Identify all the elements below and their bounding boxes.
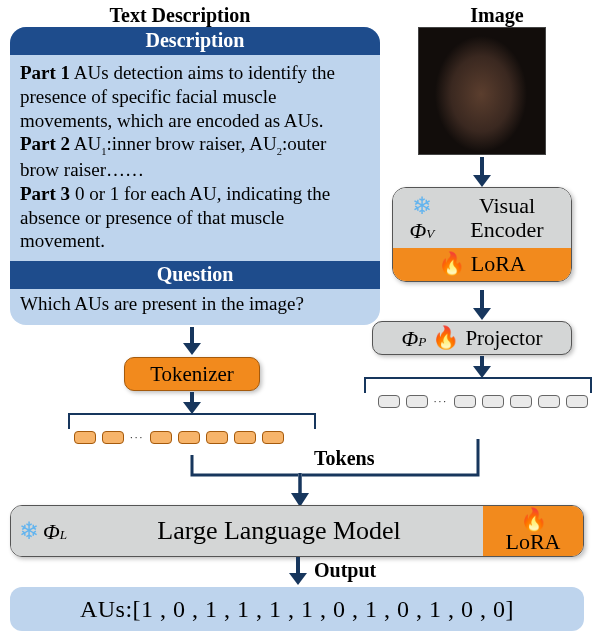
phi-v-sub: V <box>426 226 434 241</box>
visual-encoder-lora-label: LoRA <box>471 251 526 276</box>
part1-label: Part 1 <box>20 62 70 83</box>
llm-title: Large Language Model <box>75 516 483 546</box>
part2-text-b: :inner brow raiser, AU <box>107 133 277 154</box>
llm-lora-label: LoRA <box>506 531 561 553</box>
visual-encoder-lora: 🔥 LoRA <box>393 248 571 281</box>
diagram-canvas: Description Part 1 AUs detection aims to… <box>0 27 594 637</box>
token-gray <box>538 395 560 408</box>
phi-p-symbol: ΦP <box>402 328 427 350</box>
header-image: Image <box>360 4 594 27</box>
token-gray <box>510 395 532 408</box>
arrow-projector-to-tokens <box>472 356 492 378</box>
llm-left: ❄ ΦL <box>19 519 67 543</box>
output-text: AUs:[1 , 0 , 1 , 1 , 1 , 1 , 0 , 1 , 0 ,… <box>80 596 514 623</box>
visual-encoder-title: Visual Encoder <box>451 194 563 242</box>
visual-encoder-title-l2: Encoder <box>470 217 543 242</box>
header-row: Text Description Image <box>0 0 594 27</box>
part2-text-a: AU <box>70 133 101 154</box>
llm-lora: 🔥 LoRA <box>483 506 583 556</box>
phi-l-sub: L <box>60 527 67 542</box>
output-bar: AUs:[1 , 0 , 1 , 1 , 1 , 1 , 0 , 1 , 0 ,… <box>10 587 584 631</box>
token-gray <box>406 395 428 408</box>
phi-l-symbol: ΦL <box>43 521 67 543</box>
description-body: Part 1 AUs detection aims to identify th… <box>10 55 380 261</box>
phi-v-char: Φ <box>410 218 427 243</box>
phi-v-symbol: ΦV <box>410 220 435 242</box>
visual-encoder-main: ❄ ΦV Visual Encoder <box>393 188 571 248</box>
phi-l-char: Φ <box>43 519 60 544</box>
output-label: Output <box>314 559 376 582</box>
part2-label: Part 2 <box>20 133 70 154</box>
description-title: Description <box>10 27 380 55</box>
question-text: Which AUs are present in the image? <box>10 289 380 325</box>
snowflake-icon: ❄ <box>19 519 39 543</box>
part3-label: Part 3 <box>20 183 70 204</box>
projector-label: Projector <box>465 326 542 351</box>
arrow-question-to-tokenizer <box>182 327 202 355</box>
merge-arrows <box>80 437 520 511</box>
header-text-description: Text Description <box>0 4 360 27</box>
projector-block: ΦP 🔥 Projector <box>372 321 572 355</box>
token-gray <box>482 395 504 408</box>
token-ellipsis: ··· <box>434 396 448 407</box>
visual-encoder-left-col: ❄ ΦV <box>399 194 445 242</box>
snowflake-icon: ❄ <box>412 194 432 218</box>
tokenizer-block: Tokenizer <box>124 357 260 391</box>
visual-tokens-bracket <box>364 377 592 393</box>
visual-encoder-title-l1: Visual <box>479 193 535 218</box>
description-card: Description Part 1 AUs detection aims to… <box>10 27 380 325</box>
question-title: Question <box>10 261 380 289</box>
phi-p-sub: P <box>418 334 426 349</box>
visual-encoder-block: ❄ ΦV Visual Encoder 🔥 LoRA <box>392 187 572 282</box>
tokenizer-label: Tokenizer <box>150 362 234 387</box>
arrow-encoder-to-projector <box>472 290 492 320</box>
token-gray <box>454 395 476 408</box>
tokens-label: Tokens <box>314 447 374 470</box>
fire-icon: 🔥 <box>520 509 547 531</box>
token-gray <box>566 395 588 408</box>
fire-icon: 🔥 <box>432 327 459 349</box>
fire-icon: 🔥 <box>438 251 465 276</box>
llm-main: ❄ ΦL Large Language Model <box>11 506 483 556</box>
llm-block: ❄ ΦL Large Language Model 🔥 LoRA <box>10 505 584 557</box>
arrow-image-to-encoder <box>472 157 492 187</box>
input-face-image <box>418 27 546 155</box>
text-tokens-bracket <box>68 413 316 429</box>
token-gray <box>378 395 400 408</box>
phi-p-char: Φ <box>402 326 419 351</box>
arrow-tokenizer-to-tokens <box>182 392 202 414</box>
visual-tokens-row: ··· <box>378 395 588 408</box>
arrow-llm-to-output <box>288 557 308 585</box>
